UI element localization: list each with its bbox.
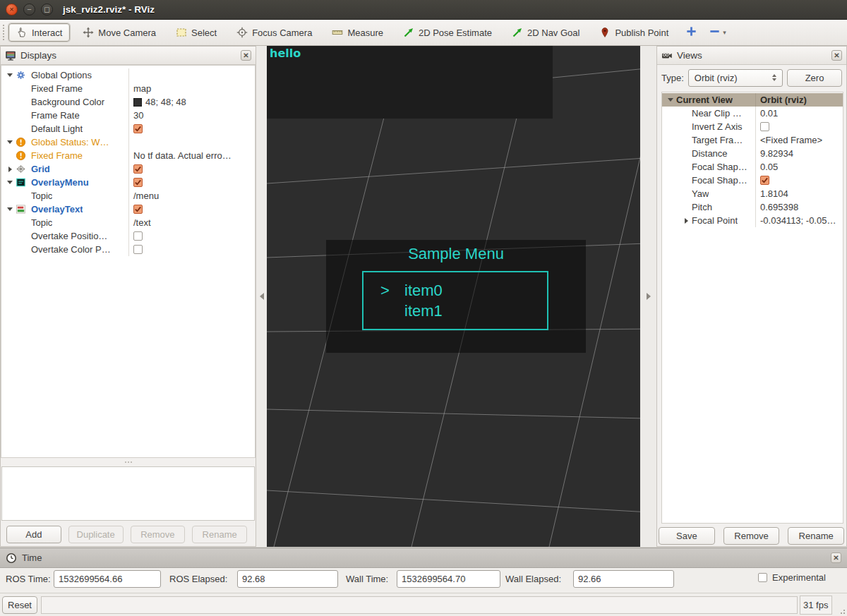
row-checkbox[interactable] [760, 176, 769, 185]
close-icon[interactable]: ✕ [241, 50, 251, 61]
wall-elapsed-label: Wall Elapsed: [505, 574, 561, 584]
toolbar-grip[interactable] [3, 25, 6, 40]
tool-move-camera[interactable]: Move Camera [76, 24, 163, 41]
reset-button[interactable]: Reset [2, 596, 37, 614]
tool-pose-estimate[interactable]: 2D Pose Estimate [396, 24, 499, 41]
wall-elapsed-input[interactable] [573, 570, 674, 588]
expander-open-icon[interactable] [4, 207, 16, 211]
tree-row[interactable]: Focal Shap… [662, 174, 843, 187]
row-checkbox[interactable] [133, 124, 143, 133]
expander-open-icon[interactable] [665, 98, 676, 102]
view-type-label: Type: [661, 73, 684, 83]
row-checkbox[interactable] [133, 231, 143, 241]
tree-row[interactable]: Target Fra…<Fixed Frame> [662, 133, 843, 147]
tool-interact[interactable]: Interact [8, 23, 70, 42]
tree-row[interactable]: OverlayMenu [1, 176, 255, 189]
row-checkbox[interactable] [133, 205, 143, 214]
tool-label: Move Camera [98, 28, 156, 38]
time-panel-title: Time [22, 552, 826, 563]
experimental-checkbox[interactable] [758, 573, 767, 582]
tree-row[interactable]: Focal Point-0.034113; -0.05… [662, 214, 843, 227]
ros-time-label: ROS Time: [6, 574, 51, 584]
row-label: Grid [31, 164, 50, 174]
views-panel: Views ✕ Type: Orbit (rviz) Zero Current … [656, 46, 847, 547]
tree-row[interactable]: Global Status: W… [1, 135, 255, 149]
tool-nav-goal[interactable]: 2D Nav Goal [505, 24, 587, 41]
tree-row[interactable]: Background Color48; 48; 48 [1, 95, 255, 109]
view-rename-button[interactable]: Rename [788, 527, 844, 545]
remove-tool-button[interactable]: ▾ [704, 23, 731, 42]
tree-row[interactable]: Yaw1.8104 [662, 187, 843, 200]
close-icon[interactable]: ✕ [831, 552, 841, 563]
expander-closed-icon[interactable] [4, 167, 16, 172]
focus-crosshair-icon [236, 27, 248, 38]
row-value: 0.01 [760, 108, 778, 119]
tree-row[interactable]: Overtake Positio… [1, 229, 255, 243]
tool-label: 2D Pose Estimate [419, 28, 492, 38]
expander-closed-icon[interactable] [680, 218, 692, 224]
3d-viewport[interactable]: hello Sample Menu >item0item1 [267, 46, 640, 547]
wall-time-input[interactable] [397, 570, 500, 588]
tree-row[interactable]: Near Clip …0.01 [662, 107, 843, 120]
tree-row[interactable]: Frame Rate30 [1, 109, 255, 122]
expander-open-icon[interactable] [4, 181, 16, 184]
row-label: Focal Point [692, 215, 738, 226]
views-collapse-handle[interactable] [640, 46, 656, 547]
tree-row[interactable]: Invert Z Axis [662, 120, 843, 133]
tree-row[interactable]: Topic/text [1, 216, 255, 229]
row-checkbox[interactable] [133, 178, 143, 187]
zero-button[interactable]: Zero [787, 69, 842, 87]
tree-row[interactable]: Grid [1, 162, 255, 176]
window-close-button[interactable]: × [6, 4, 18, 16]
tool-focus-camera[interactable]: Focus Camera [229, 24, 319, 41]
color-swatch [133, 98, 142, 107]
view-type-select[interactable]: Orbit (rviz) [688, 69, 783, 87]
ros-elapsed-input[interactable] [237, 570, 338, 588]
row-label: Default Light [31, 123, 83, 134]
tree-row[interactable]: Pitch0.695398 [662, 200, 843, 214]
tool-publish-point[interactable]: Publish Point [592, 24, 675, 41]
tree-row[interactable]: Global Options [1, 68, 255, 82]
chevron-right-icon [647, 293, 651, 300]
tree-row[interactable]: Fixed FrameNo tf data. Actual erro… [1, 149, 255, 162]
view-remove-button[interactable]: Remove [723, 527, 780, 545]
displays-splitter[interactable] [1, 459, 256, 466]
view-save-button[interactable]: Save [659, 527, 715, 545]
titlebar: × − ◻ jsk_rviz2.rviz* - RViz [0, 0, 847, 20]
green-arrow-icon [403, 27, 414, 38]
displays-panel-header: Displays ✕ [1, 47, 256, 65]
close-icon[interactable]: ✕ [831, 50, 842, 61]
tree-row[interactable]: Fixed Framemap [1, 82, 255, 95]
row-value: Orbit (rviz) [760, 95, 807, 105]
row-label: Focal Shap… [692, 175, 747, 186]
tree-row[interactable]: Focal Shap…0.05 [662, 160, 843, 174]
tool-select[interactable]: Select [169, 24, 224, 41]
tool-measure[interactable]: Measure [325, 24, 390, 41]
add-tool-button[interactable] [681, 23, 702, 42]
move-arrows-icon [83, 27, 94, 38]
row-checkbox[interactable] [133, 245, 143, 254]
tree-row[interactable]: Default Light [1, 122, 255, 135]
tree-row[interactable]: Distance9.82934 [662, 147, 843, 160]
expander-open-icon[interactable] [4, 73, 16, 77]
window-minimize-button[interactable]: − [23, 4, 35, 16]
row-label: Frame Rate [31, 110, 80, 121]
window-maximize-button[interactable]: ◻ [41, 4, 53, 16]
displays-collapse-handle[interactable] [256, 46, 267, 547]
warning-icon [16, 137, 31, 147]
resize-grip[interactable] [839, 608, 846, 615]
row-checkbox[interactable] [760, 122, 769, 131]
tree-row[interactable]: OverlayText [1, 203, 255, 216]
row-checkbox[interactable] [133, 164, 143, 174]
ros-time-input[interactable] [54, 570, 161, 588]
tree-row[interactable]: Overtake Color P… [1, 243, 255, 256]
display-description-box [1, 466, 255, 521]
tree-row[interactable]: Topic/menu [1, 189, 255, 203]
display-duplicate-button: Duplicate [68, 526, 124, 543]
map-pin-icon [599, 27, 611, 38]
expander-open-icon[interactable] [4, 140, 16, 144]
tree-row[interactable]: Current ViewOrbit (rviz) [662, 93, 843, 107]
row-value: 1.8104 [760, 188, 788, 199]
window-title: jsk_rviz2.rviz* - RViz [63, 4, 155, 15]
display-add-button[interactable]: Add [6, 526, 61, 543]
